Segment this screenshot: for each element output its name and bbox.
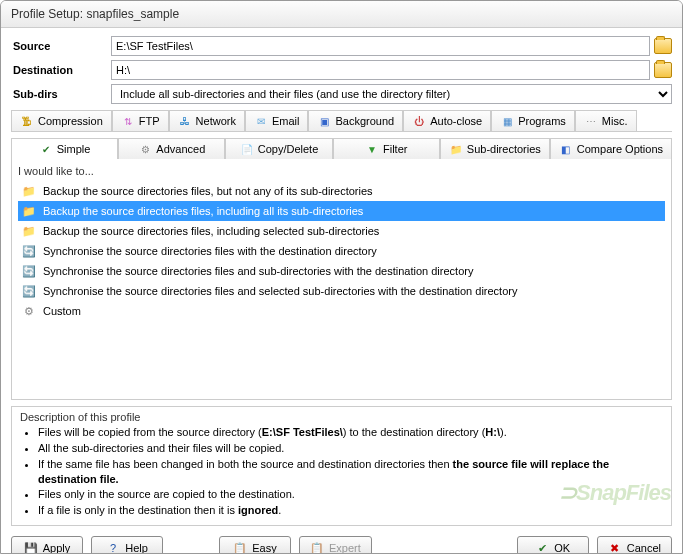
- window-titlebar: Profile Setup: snapfiles_sample: [1, 1, 682, 28]
- simple-icon: ✔: [39, 142, 53, 156]
- description-title: Description of this profile: [20, 411, 663, 425]
- option-item[interactable]: 🔄Synchronise the source directories file…: [18, 261, 665, 281]
- compress-icon: 🗜: [20, 114, 34, 128]
- email-icon: ✉: [254, 114, 268, 128]
- option-text: Synchronise the source directories files…: [43, 245, 377, 257]
- custom-icon: ⚙: [21, 303, 37, 319]
- filter-icon: ▼: [365, 142, 379, 156]
- tab-label: Filter: [383, 143, 407, 155]
- option-item[interactable]: 🔄Synchronise the source directories file…: [18, 281, 665, 301]
- save-icon: 💾: [24, 541, 38, 554]
- check-icon: ✔: [535, 541, 549, 554]
- compare-icon: ◧: [559, 142, 573, 156]
- tabs-row-1: 🗜Compression⇅FTP🖧Network✉Email▣Backgroun…: [11, 110, 672, 132]
- tab-programs[interactable]: ▦Programs: [491, 110, 575, 131]
- subdirs-label: Sub-dirs: [11, 88, 111, 100]
- tab-label: Background: [335, 115, 394, 127]
- tab-filter[interactable]: ▼Filter: [333, 138, 440, 159]
- option-text: Synchronise the source directories files…: [43, 265, 473, 277]
- tab-label: Network: [196, 115, 236, 127]
- tab-label: Advanced: [156, 143, 205, 155]
- backup-icon: 📁: [21, 183, 37, 199]
- description-bullet: Files will be copied from the source dir…: [38, 425, 663, 440]
- option-text: Backup the source directories files, inc…: [43, 205, 363, 217]
- ftp-icon: ⇅: [121, 114, 135, 128]
- tab-label: Copy/Delete: [258, 143, 319, 155]
- option-text: Custom: [43, 305, 81, 317]
- tab-compare-options[interactable]: ◧Compare Options: [550, 138, 672, 159]
- browse-source-icon[interactable]: [654, 38, 672, 54]
- expert-button: 📋 Expert: [299, 536, 372, 554]
- option-item[interactable]: 📁Backup the source directories files, in…: [18, 221, 665, 241]
- description-bullet: If a file is only in the destination the…: [38, 503, 663, 518]
- description-bullet: All the sub-directories and their files …: [38, 441, 663, 456]
- tab-label: Auto-close: [430, 115, 482, 127]
- tab-misc-[interactable]: ⋯Misc.: [575, 110, 637, 131]
- tab-label: Simple: [57, 143, 91, 155]
- tab-advanced[interactable]: ⚙Advanced: [118, 138, 225, 159]
- help-icon: ?: [106, 541, 120, 554]
- auto-icon: ⏻: [412, 114, 426, 128]
- tab-compression[interactable]: 🗜Compression: [11, 110, 112, 131]
- subdirs-dropdown[interactable]: Include all sub-directories and their fi…: [111, 84, 672, 104]
- button-row: 💾 Apply ? Help 📋 Easy 📋 Expert ✔ OK ✖ Ca…: [1, 526, 682, 554]
- tab-email[interactable]: ✉Email: [245, 110, 309, 131]
- tabs-row-2: ✔Simple⚙Advanced📄Copy/Delete▼Filter📁Sub-…: [11, 138, 672, 159]
- browse-destination-icon[interactable]: [654, 62, 672, 78]
- tab-label: Compare Options: [577, 143, 663, 155]
- tab-label: Programs: [518, 115, 566, 127]
- destination-input[interactable]: [111, 60, 650, 80]
- option-item[interactable]: 📁Backup the source directories files, bu…: [18, 181, 665, 201]
- option-item[interactable]: ⚙Custom: [18, 301, 665, 321]
- option-text: Backup the source directories files, inc…: [43, 225, 379, 237]
- tab-background[interactable]: ▣Background: [308, 110, 403, 131]
- tab-sub-directories[interactable]: 📁Sub-directories: [440, 138, 550, 159]
- net-icon: 🖧: [178, 114, 192, 128]
- copy-icon: 📄: [240, 142, 254, 156]
- tab-ftp[interactable]: ⇅FTP: [112, 110, 169, 131]
- cancel-button[interactable]: ✖ Cancel: [597, 536, 672, 554]
- help-button[interactable]: ? Help: [91, 536, 163, 554]
- simple-panel: I would like to... 📁Backup the source di…: [11, 159, 672, 400]
- prog-icon: ▦: [500, 114, 514, 128]
- tab-auto-close[interactable]: ⏻Auto-close: [403, 110, 491, 131]
- close-icon: ✖: [608, 541, 622, 554]
- tab-label: Email: [272, 115, 300, 127]
- tab-label: FTP: [139, 115, 160, 127]
- option-item[interactable]: 📁Backup the source directories files, in…: [18, 201, 665, 221]
- sync-icon: 🔄: [21, 263, 37, 279]
- tab-label: Compression: [38, 115, 103, 127]
- expert-icon: 📋: [310, 541, 324, 554]
- backup-icon: 📁: [21, 203, 37, 219]
- easy-button[interactable]: 📋 Easy: [219, 536, 291, 554]
- sync-icon: 🔄: [21, 243, 37, 259]
- easy-icon: 📋: [233, 541, 247, 554]
- adv-icon: ⚙: [138, 142, 152, 156]
- tab-copy-delete[interactable]: 📄Copy/Delete: [225, 138, 332, 159]
- source-input[interactable]: [111, 36, 650, 56]
- tab-label: Misc.: [602, 115, 628, 127]
- tab-network[interactable]: 🖧Network: [169, 110, 245, 131]
- ok-button[interactable]: ✔ OK: [517, 536, 589, 554]
- tab-label: Sub-directories: [467, 143, 541, 155]
- destination-label: Destination: [11, 64, 111, 76]
- description-bullet: Files only in the source are copied to t…: [38, 487, 663, 502]
- backup-icon: 📁: [21, 223, 37, 239]
- option-list: 📁Backup the source directories files, bu…: [18, 181, 665, 321]
- option-item[interactable]: 🔄Synchronise the source directories file…: [18, 241, 665, 261]
- description-bullet: If the same file has been changed in bot…: [38, 457, 663, 487]
- sync-icon: 🔄: [21, 283, 37, 299]
- option-text: Backup the source directories files, but…: [43, 185, 373, 197]
- panel-heading: I would like to...: [18, 165, 665, 177]
- subdir-icon: 📁: [449, 142, 463, 156]
- source-label: Source: [11, 40, 111, 52]
- tab-simple[interactable]: ✔Simple: [11, 138, 118, 159]
- description-list: Files will be copied from the source dir…: [20, 425, 663, 518]
- description-section: Description of this profile Files will b…: [11, 406, 672, 526]
- option-text: Synchronise the source directories files…: [43, 285, 517, 297]
- misc-icon: ⋯: [584, 114, 598, 128]
- bg-icon: ▣: [317, 114, 331, 128]
- window-title: Profile Setup: snapfiles_sample: [11, 7, 179, 21]
- apply-button[interactable]: 💾 Apply: [11, 536, 83, 554]
